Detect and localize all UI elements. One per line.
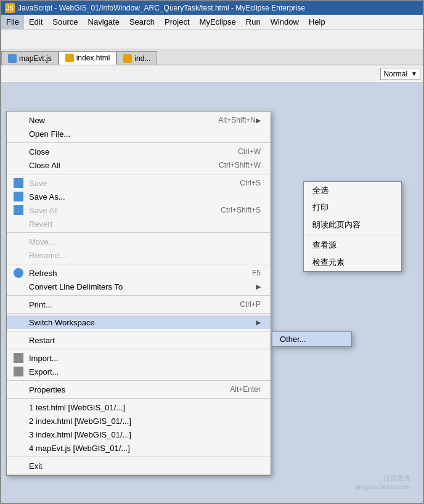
menu-bar: File Edit Source Navigate Search Project…	[1, 15, 423, 30]
menu-file[interactable]: File	[1, 15, 24, 29]
menu-item-openfile[interactable]: Open File...	[7, 127, 271, 140]
tab-mapevt[interactable]: mapEvt.js	[1, 51, 59, 65]
context-menu-divider	[304, 235, 401, 235]
menu-source[interactable]: Source	[47, 15, 83, 29]
menu-item-move[interactable]: Move...	[7, 235, 271, 248]
menu-item-saveall[interactable]: Save All Ctrl+Shift+S	[7, 203, 271, 217]
menu-navigate[interactable]: Navigate	[83, 15, 124, 29]
mapevt-tab-icon	[8, 54, 17, 63]
import-icon	[14, 353, 23, 363]
menu-item-properties[interactable]: Properties Alt+Enter	[7, 383, 271, 396]
secondary-toolbar: Normal ▼	[1, 65, 423, 83]
save-icon-area	[12, 178, 25, 188]
saveall-icon-area	[12, 205, 25, 215]
menu-item-saveas[interactable]: Save As...	[7, 190, 271, 203]
normal-label: Normal	[383, 70, 407, 78]
watermark-line1: 百度图透	[356, 474, 410, 483]
menu-project[interactable]: Project	[160, 15, 194, 29]
tab-index2-label: ind...	[134, 54, 150, 63]
menu-item-closeall[interactable]: Close All Ctrl+Shift+W	[7, 158, 271, 172]
menu-section-import: Import... Export...	[7, 349, 271, 381]
tab-index2-html[interactable]: ind...	[116, 51, 157, 65]
menu-item-print[interactable]: Print... Ctrl+P	[7, 298, 271, 311]
menu-section-new: New Alt+Shift+N ▶ Open File...	[7, 112, 271, 143]
context-menu: 全选 打印 朗读此页内容 查看源 检查元素	[303, 181, 402, 272]
tab-index-label: index.html	[76, 54, 110, 62]
title-text: JavaScript - WebGIS_01/InfoWindow_ARC_Qu…	[18, 4, 305, 12]
watermark-line2: jingyan.baidu.com	[356, 483, 410, 490]
index-tab-icon	[65, 54, 74, 62]
saveall-icon	[14, 205, 23, 215]
menu-section-refresh: Refresh F5 Convert Line Delimiters To ▶	[7, 264, 271, 296]
menu-item-restart[interactable]: Restart	[7, 333, 271, 347]
menu-section-close: Close Ctrl+W Close All Ctrl+Shift+W	[7, 143, 271, 174]
menu-section-switchws: Switch Workspace ▶	[7, 314, 271, 331]
menu-section-restart: Restart	[7, 331, 271, 349]
menu-item-new[interactable]: New Alt+Shift+N ▶	[7, 113, 271, 127]
saveas-icon-area	[12, 192, 25, 201]
menu-item-switchworkspace[interactable]: Switch Workspace ▶	[7, 315, 271, 329]
tab-mapevt-label: mapEvt.js	[19, 54, 52, 63]
menu-item-refresh[interactable]: Refresh F5	[7, 266, 271, 280]
submenu-item-other[interactable]: Other...	[272, 332, 351, 346]
refresh-icon	[14, 268, 23, 278]
menu-section-move: Move... Rename...	[7, 233, 271, 264]
export-icon	[14, 367, 23, 376]
import-icon-area	[12, 353, 25, 363]
menu-item-export[interactable]: Export...	[7, 365, 271, 378]
refresh-icon-area	[12, 268, 25, 278]
menu-item-recent1[interactable]: 1 test.html [WebGIS_01/...]	[7, 400, 271, 414]
menu-item-convertline[interactable]: Convert Line Delimiters To ▶	[7, 280, 271, 293]
main-toolbar	[1, 30, 423, 49]
menu-section-save: Save Ctrl+S Save As... Save All Ctrl+Shi…	[7, 174, 271, 233]
context-menu-readpage[interactable]: 朗读此页内容	[304, 216, 401, 234]
menu-run[interactable]: Run	[241, 15, 266, 29]
menu-section-print: Print... Ctrl+P	[7, 296, 271, 314]
content-area: New Alt+Shift+N ▶ Open File... Close Ctr…	[1, 83, 423, 503]
app-icon: JS	[5, 3, 15, 13]
menu-edit[interactable]: Edit	[24, 15, 47, 29]
context-menu-selectall[interactable]: 全选	[304, 182, 401, 199]
menu-section-properties: Properties Alt+Enter	[7, 381, 271, 399]
normal-dropdown[interactable]: Normal ▼	[380, 68, 420, 80]
switch-workspace-submenu: Other...	[272, 331, 352, 347]
context-menu-print[interactable]: 打印	[304, 199, 401, 216]
menu-item-exit[interactable]: Exit	[7, 459, 271, 473]
tab-index-html[interactable]: index.html	[59, 51, 117, 65]
tab-bar: mapEvt.js index.html ind...	[1, 49, 423, 65]
menu-window[interactable]: Window	[266, 15, 304, 29]
save-icon	[14, 178, 23, 188]
menu-search[interactable]: Search	[124, 15, 160, 29]
saveas-icon	[14, 192, 23, 201]
dropdown-arrow: ▼	[411, 70, 417, 77]
menu-item-close[interactable]: Close Ctrl+W	[7, 145, 271, 158]
menu-item-recent2[interactable]: 2 index.html [WebGIS_01/...]	[7, 414, 271, 428]
watermark: 百度图透 jingyan.baidu.com	[356, 474, 410, 490]
menu-item-rename[interactable]: Rename...	[7, 248, 271, 262]
menu-section-recent: 1 test.html [WebGIS_01/...] 2 index.html…	[7, 399, 271, 457]
menu-item-import[interactable]: Import...	[7, 351, 271, 365]
menu-section-exit: Exit	[7, 457, 271, 475]
menu-item-recent3[interactable]: 3 index.html [WebGIS_01/...]	[7, 428, 271, 441]
file-menu: New Alt+Shift+N ▶ Open File... Close Ctr…	[6, 111, 271, 476]
title-bar: JS JavaScript - WebGIS_01/InfoWindow_ARC…	[1, 1, 423, 15]
menu-myeclipse[interactable]: MyEclipse	[195, 15, 241, 29]
menu-item-revert[interactable]: Revert	[7, 217, 271, 230]
context-menu-inspect[interactable]: 检查元素	[304, 254, 401, 271]
index2-tab-icon	[123, 54, 132, 63]
menu-item-save[interactable]: Save Ctrl+S	[7, 176, 271, 190]
context-menu-viewsource[interactable]: 查看源	[304, 237, 401, 254]
menu-help[interactable]: Help	[304, 15, 330, 29]
menu-item-recent4[interactable]: 4 mapEvt.js [WebGIS_01/...]	[7, 441, 271, 455]
export-icon-area	[12, 367, 25, 376]
